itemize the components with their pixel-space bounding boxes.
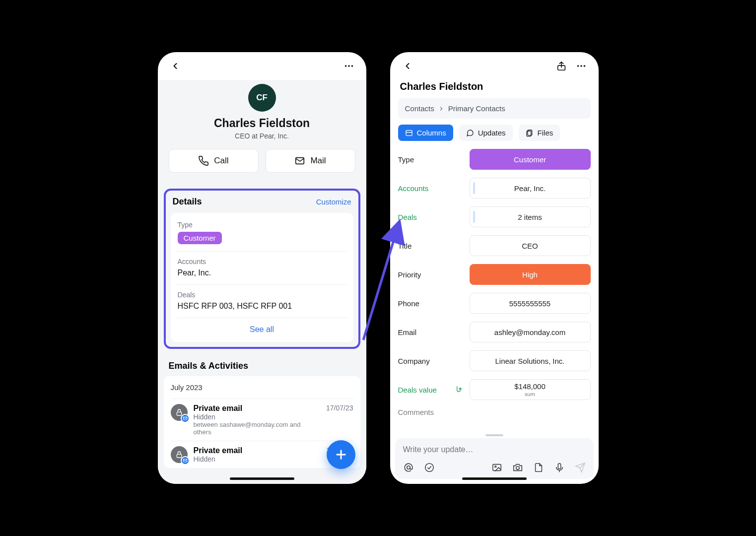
plus-icon xyxy=(334,448,348,462)
tab-columns-label: Columns xyxy=(417,129,446,137)
field-value-accounts[interactable]: Pear, Inc. xyxy=(470,178,591,199)
field-label-priority: Priority xyxy=(398,270,463,279)
svg-rect-14 xyxy=(406,130,412,135)
send-button xyxy=(574,461,587,474)
camera-icon xyxy=(512,462,523,473)
tab-files[interactable]: Files xyxy=(519,125,560,141)
svg-point-21 xyxy=(494,466,496,468)
type-chip[interactable]: Customer xyxy=(178,232,222,244)
tab-updates[interactable]: Updates xyxy=(459,125,513,141)
check-circle-icon xyxy=(424,462,435,473)
contact-name: Charles Fieldston xyxy=(167,117,357,130)
send-icon xyxy=(575,462,586,473)
detail-label-type: Type xyxy=(178,221,346,229)
update-input[interactable] xyxy=(402,443,587,456)
svg-point-18 xyxy=(407,466,410,469)
chevron-left-icon xyxy=(403,61,412,71)
contact-subtitle: CEO at Pear, Inc. xyxy=(167,132,357,140)
more-horizontal-icon xyxy=(576,61,587,71)
avatar: CF xyxy=(248,84,276,112)
field-label-dealsvalue: Deals value xyxy=(398,386,463,394)
mail-badge-icon xyxy=(181,414,190,423)
camera-button[interactable] xyxy=(511,461,524,474)
more-button[interactable] xyxy=(573,58,590,74)
breadcrumb[interactable]: Contacts Primary Contacts xyxy=(398,98,591,119)
svg-point-2 xyxy=(351,65,353,67)
field-label-company: Company xyxy=(398,357,463,365)
detail-value-deals[interactable]: HSFC RFP 003, HSFC RFP 001 xyxy=(178,302,346,311)
customize-link[interactable]: Customize xyxy=(316,198,351,206)
files-icon xyxy=(526,129,534,137)
mic-button[interactable] xyxy=(553,461,566,474)
image-button[interactable] xyxy=(490,461,503,474)
svg-rect-23 xyxy=(558,464,561,469)
update-bar xyxy=(395,438,594,479)
tab-columns[interactable]: Columns xyxy=(398,125,453,141)
field-value-email[interactable]: ashley@monday.com xyxy=(470,322,591,342)
see-all-link[interactable]: See all xyxy=(177,318,347,342)
back-button[interactable] xyxy=(167,58,184,74)
svg-rect-4 xyxy=(177,412,181,415)
lock-icon xyxy=(171,446,188,463)
field-value-priority[interactable]: High xyxy=(470,264,591,285)
activities-month: July 2023 xyxy=(171,383,353,392)
activity-row[interactable]: Private email Hidden between sashawe@mon… xyxy=(171,399,353,441)
mic-icon xyxy=(554,462,565,473)
activity-row[interactable]: Private email Hidden 10/07/23 xyxy=(171,441,353,468)
topbar xyxy=(158,52,366,80)
field-label-email: Email xyxy=(398,328,463,336)
activity-sub: Hidden xyxy=(194,413,321,421)
fab-add-button[interactable] xyxy=(327,440,355,469)
page-title: Charles Fieldston xyxy=(390,80,599,98)
mail-icon xyxy=(294,155,305,166)
chevron-right-icon xyxy=(438,106,444,112)
mail-badge-icon xyxy=(181,456,190,465)
svg-rect-6 xyxy=(177,454,181,458)
file-icon xyxy=(533,462,544,473)
field-value-dealsvalue[interactable]: $148,000 sum xyxy=(470,379,591,400)
field-value-title[interactable]: CEO xyxy=(470,235,591,256)
detail-label-deals: Deals xyxy=(178,291,346,299)
share-button[interactable] xyxy=(553,58,570,74)
svg-point-19 xyxy=(425,464,433,472)
activity-sub: Hidden xyxy=(194,455,321,463)
field-label-title: Title xyxy=(398,242,463,250)
profile-header: CF Charles Fieldston CEO at Pear, Inc. C… xyxy=(158,80,366,182)
mail-button[interactable]: Mail xyxy=(266,149,355,173)
detail-value-accounts[interactable]: Pear, Inc. xyxy=(178,268,346,277)
activity-meta: between sashawe@monday.com and others xyxy=(194,421,321,436)
image-icon xyxy=(491,462,502,473)
field-value-deals[interactable]: 2 items xyxy=(470,206,591,227)
lock-icon xyxy=(171,404,188,421)
field-value-type[interactable]: Customer xyxy=(470,149,591,170)
details-title: Details xyxy=(173,197,202,207)
mention-button[interactable] xyxy=(402,461,415,474)
field-value-company[interactable]: Linear Solutions, Inc. xyxy=(470,350,591,371)
file-button[interactable] xyxy=(532,461,545,474)
back-button[interactable] xyxy=(399,58,416,74)
at-icon xyxy=(403,462,414,473)
tabs: Columns Updates Files xyxy=(390,125,599,146)
mirror-icon xyxy=(455,386,463,394)
call-label: Call xyxy=(214,156,228,166)
activity-title: Private email xyxy=(194,404,321,413)
activity-title: Private email xyxy=(194,446,321,455)
svg-point-1 xyxy=(348,65,350,67)
checklist-button[interactable] xyxy=(423,461,436,474)
link-indicator-icon xyxy=(473,211,475,223)
field-value-phone[interactable]: 5555555555 xyxy=(470,293,591,314)
mail-label: Mail xyxy=(310,156,326,166)
svg-point-22 xyxy=(516,467,519,469)
action-row: Call Mail xyxy=(167,149,357,173)
more-button[interactable] xyxy=(341,58,357,74)
share-icon xyxy=(556,61,567,71)
breadcrumb-root: Contacts xyxy=(405,104,434,113)
phone-contact-details: Charles Fieldston Contacts Primary Conta… xyxy=(390,52,599,484)
phone-contact-card: CF Charles Fieldston CEO at Pear, Inc. C… xyxy=(158,52,366,484)
more-horizontal-icon xyxy=(344,61,354,71)
call-button[interactable]: Call xyxy=(169,149,259,173)
link-indicator-icon xyxy=(473,182,475,194)
drag-handle[interactable] xyxy=(485,434,503,436)
field-label-deals: Deals xyxy=(398,213,463,221)
breadcrumb-leaf: Primary Contacts xyxy=(448,104,505,113)
